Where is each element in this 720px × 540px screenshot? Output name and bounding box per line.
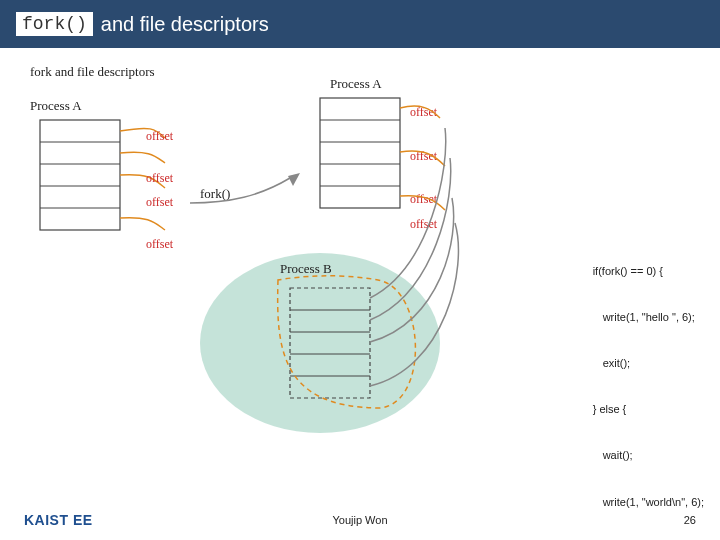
label-process-b: Process B <box>280 261 332 276</box>
offset-label: offset <box>146 237 174 251</box>
code-line: if(fork() == 0) { <box>593 264 704 279</box>
fd-table-a-right <box>320 98 400 208</box>
hand-drawn-diagram: fork and file descriptors Process A offs… <box>0 48 520 488</box>
offset-label: offset <box>146 195 174 209</box>
slide-footer: KAIST EE Youjip Won 26 <box>0 500 720 540</box>
code-snippet: if(fork() == 0) { write(1, "hello ", 6);… <box>593 233 704 540</box>
fork-label: fork() <box>200 186 230 201</box>
title-code-token: fork() <box>16 12 93 36</box>
code-line: exit(); <box>593 356 704 371</box>
label-process-a-right: Process A <box>330 76 382 91</box>
svg-marker-4 <box>288 173 300 186</box>
code-line: write(1, "hello ", 6); <box>593 310 704 325</box>
code-line: } else { <box>593 402 704 417</box>
code-line: wait(); <box>593 448 704 463</box>
process-b-cloud <box>200 253 440 433</box>
author-name: Youjip Won <box>332 514 387 526</box>
fd-table-a-left <box>40 120 120 230</box>
slide-header: fork() and file descriptors <box>0 0 720 48</box>
label-process-a-left: Process A <box>30 98 82 113</box>
slide-content: fork and file descriptors Process A offs… <box>0 48 720 488</box>
offset-label: offset <box>146 129 174 143</box>
offset-label: offset <box>410 192 438 206</box>
page-number: 26 <box>684 514 696 526</box>
offset-label: offset <box>146 171 174 185</box>
title-text: and file descriptors <box>101 13 269 36</box>
kaist-logo: KAIST EE <box>24 512 93 528</box>
offset-label: offset <box>410 217 438 231</box>
diagram-title: fork and file descriptors <box>30 64 155 79</box>
